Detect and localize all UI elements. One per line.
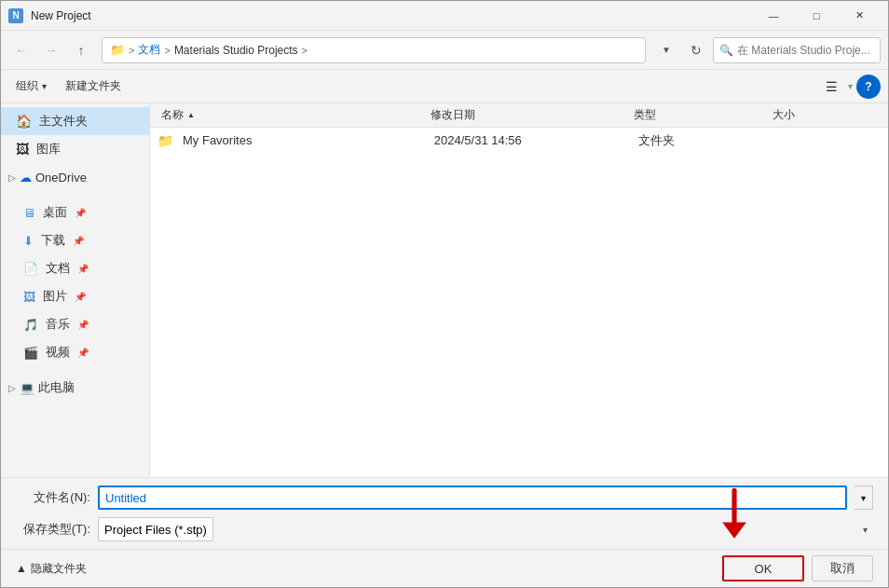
- search-box[interactable]: 🔍: [713, 37, 881, 63]
- main-content: 🏠 主文件夹 🖼 图库 ▷ ☁ OneDrive 🖥 桌面 📌: [1, 103, 888, 477]
- minimize-button[interactable]: —: [752, 1, 795, 31]
- breadcrumb-current: Materials Studio Projects: [174, 44, 298, 57]
- file-date: 2024/5/31 14:56: [431, 133, 526, 147]
- ok-button[interactable]: OK: [722, 555, 804, 581]
- filename-dropdown-button[interactable]: ▾: [855, 485, 873, 510]
- videos-label: 视频: [46, 344, 70, 361]
- filetype-wrapper: Project Files (*.stp) ▾: [98, 517, 873, 541]
- filetype-select[interactable]: Project Files (*.stp): [98, 517, 213, 541]
- filename-input[interactable]: [98, 485, 847, 510]
- sidebar-item-downloads[interactable]: ⬇ 下载 📌: [1, 226, 149, 254]
- downloads-icon: ⬇: [23, 234, 34, 248]
- hide-folder-chevron: ▲: [16, 562, 27, 575]
- filename-row: 文件名(N): ▾: [1, 478, 888, 517]
- pin-icon-desktop: 📌: [75, 208, 86, 218]
- col-header-size[interactable]: 大小: [769, 107, 881, 123]
- file-name: My Favorites: [179, 133, 255, 147]
- cancel-button[interactable]: 取消: [812, 555, 873, 581]
- filename-label: 文件名(N):: [16, 489, 90, 506]
- pictures-label: 图片: [43, 288, 67, 305]
- organize-button[interactable]: 组织 ▾: [8, 75, 54, 99]
- close-button[interactable]: ✕: [838, 1, 881, 31]
- file-size: [873, 133, 881, 147]
- search-input[interactable]: [737, 44, 877, 57]
- view-options-button[interactable]: ☰: [818, 75, 844, 99]
- sidebar-item-videos[interactable]: 🎬 视频 📌: [1, 338, 149, 366]
- buttons-row: ▲ 隐藏文件夹 OK 取消: [1, 549, 888, 587]
- file-type: 文件夹: [635, 133, 678, 147]
- maximize-button[interactable]: □: [795, 1, 838, 31]
- bottom-bar: 文件名(N): ▾ 保存类型(T): Project Files (*.stp)…: [1, 477, 888, 587]
- dropdown-button[interactable]: ▼: [653, 37, 679, 63]
- col-header-date[interactable]: 修改日期: [427, 107, 631, 123]
- onedrive-label: OneDrive: [35, 171, 87, 185]
- help-button[interactable]: ?: [856, 75, 881, 99]
- action-bar: 组织 ▾ 新建文件夹 ☰ ▾ ?: [1, 70, 888, 103]
- sidebar-item-main-folder[interactable]: 🏠 主文件夹: [1, 107, 149, 135]
- filetype-row: 保存类型(T): Project Files (*.stp) ▾: [1, 517, 888, 549]
- breadcrumb-sep-1: >: [129, 45, 134, 56]
- folder-icon: 📁: [110, 43, 125, 57]
- pin-icon-videos: 📌: [77, 348, 89, 358]
- col-header-type[interactable]: 类型: [630, 107, 768, 123]
- music-icon: 🎵: [23, 318, 38, 332]
- pin-icon-music: 📌: [77, 320, 89, 330]
- address-toolbar: ← → ↑ 📁 > 文档 > Materials Studio Projects…: [1, 31, 888, 70]
- documents-icon: 📄: [23, 262, 38, 276]
- sidebar-item-onedrive[interactable]: ▷ ☁ OneDrive: [1, 163, 149, 191]
- organize-chevron: ▾: [42, 81, 47, 91]
- sidebar-item-documents[interactable]: 📄 文档 📌: [1, 254, 149, 282]
- new-folder-button[interactable]: 新建文件夹: [58, 75, 129, 99]
- desktop-icon: 🖥: [23, 206, 35, 220]
- breadcrumb-documents[interactable]: 文档: [138, 42, 160, 58]
- search-icon: 🔍: [719, 44, 733, 57]
- pin-icon-pictures: 📌: [75, 292, 86, 302]
- pin-icon-downloads: 📌: [73, 236, 84, 246]
- hide-folder-label: 隐藏文件夹: [31, 561, 87, 577]
- videos-icon: 🎬: [23, 346, 38, 360]
- breadcrumb-sep-3: >: [302, 45, 308, 56]
- breadcrumb-sep-2: >: [164, 45, 170, 56]
- onedrive-icon: ☁: [20, 171, 32, 185]
- downloads-label: 下载: [41, 232, 65, 249]
- desktop-label: 桌面: [43, 204, 67, 221]
- sidebar: 🏠 主文件夹 🖼 图库 ▷ ☁ OneDrive 🖥 桌面 📌: [1, 103, 150, 477]
- pictures-icon: 🖼: [23, 290, 35, 304]
- file-list: 📁 My Favorites 2024/5/31 14:56 文件夹: [150, 128, 888, 477]
- sidebar-item-gallery[interactable]: 🖼 图库: [1, 135, 149, 163]
- title-bar: N New Project — □ ✕: [1, 1, 888, 31]
- thispc-chevron: ▷: [8, 383, 16, 393]
- dialog-title: New Project: [31, 9, 752, 22]
- filetype-label: 保存类型(T):: [16, 521, 90, 538]
- onedrive-chevron: ▷: [8, 172, 16, 183]
- table-row[interactable]: 📁 My Favorites 2024/5/31 14:56 文件夹: [150, 128, 888, 154]
- window-controls: — □ ✕: [752, 1, 881, 31]
- home-icon: 🏠: [16, 114, 32, 129]
- documents-label: 文档: [46, 260, 70, 277]
- thispc-label: 此电脑: [38, 379, 75, 396]
- up-button[interactable]: ↑: [68, 37, 94, 63]
- file-list-header: 名称 ▲ 修改日期 类型 大小: [150, 103, 888, 128]
- sort-indicator: ▲: [187, 111, 195, 119]
- music-label: 音乐: [46, 316, 70, 333]
- back-button[interactable]: ←: [8, 37, 34, 63]
- app-icon: N: [8, 8, 23, 23]
- file-area: 名称 ▲ 修改日期 类型 大小 📁 My Favorites: [150, 103, 888, 477]
- breadcrumb-bar[interactable]: 📁 > 文档 > Materials Studio Projects >: [102, 37, 646, 63]
- forward-button[interactable]: →: [38, 37, 64, 63]
- sidebar-item-desktop[interactable]: 🖥 桌面 📌: [1, 198, 149, 226]
- gallery-icon: 🖼: [16, 142, 29, 157]
- sidebar-item-this-pc[interactable]: ▷ 💻 此电脑: [1, 374, 149, 402]
- gallery-label: 图库: [36, 141, 61, 157]
- select-arrow-icon: ▾: [863, 525, 868, 535]
- new-folder-label: 新建文件夹: [65, 78, 121, 94]
- sidebar-item-music[interactable]: 🎵 音乐 📌: [1, 310, 149, 338]
- col-header-name[interactable]: 名称 ▲: [157, 107, 427, 123]
- hide-folder-button[interactable]: ▲ 隐藏文件夹: [16, 561, 87, 577]
- refresh-button[interactable]: ↻: [683, 37, 709, 63]
- organize-label: 组织: [16, 78, 38, 94]
- sidebar-item-pictures[interactable]: 🖼 图片 📌: [1, 282, 149, 310]
- file-folder-icon: 📁: [157, 133, 173, 148]
- new-project-dialog: N New Project — □ ✕ ← → ↑ 📁 > 文档 > Mater…: [0, 0, 889, 588]
- thispc-icon: 💻: [20, 381, 34, 395]
